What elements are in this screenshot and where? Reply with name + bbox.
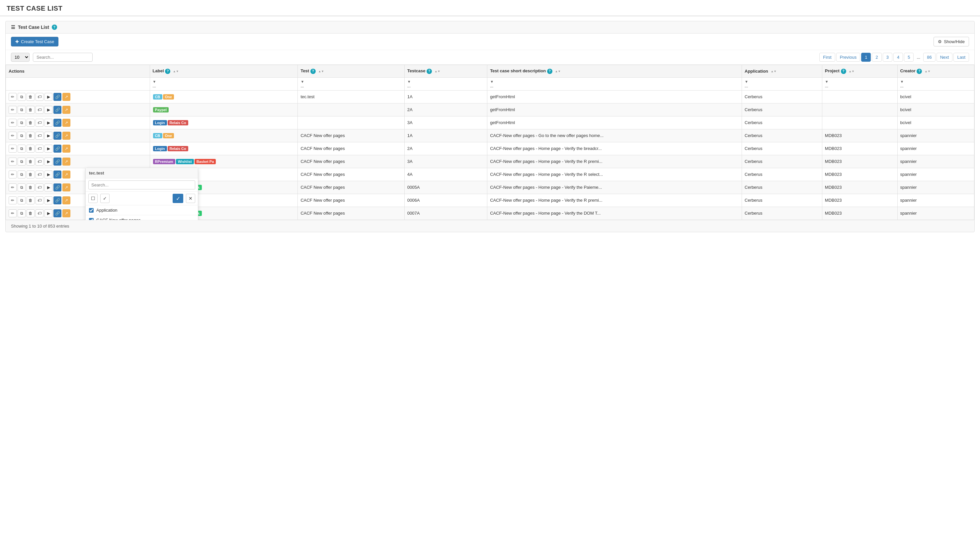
delete-icon[interactable]: 🗑 xyxy=(27,106,35,114)
link-icon[interactable]: 🔗 xyxy=(53,106,62,114)
dropdown-item[interactable]: Application xyxy=(86,205,198,215)
export-icon[interactable]: ↗ xyxy=(62,119,70,127)
edit-icon[interactable]: ✏ xyxy=(8,183,17,192)
col-testcase[interactable]: Testcase ? ▲▼ xyxy=(404,65,487,78)
link-icon[interactable]: 🔗 xyxy=(53,132,62,140)
edit-icon[interactable]: ✏ xyxy=(8,158,17,165)
pagination-first[interactable]: First xyxy=(819,53,835,62)
per-page-select[interactable]: 10 25 50 100 xyxy=(11,53,30,62)
edit-icon[interactable]: ✏ xyxy=(8,209,17,217)
run-icon[interactable]: ▶ xyxy=(45,93,52,101)
col-label[interactable]: Label ? ▲▼ xyxy=(150,65,298,78)
copy-icon[interactable]: ⧉ xyxy=(18,119,25,127)
copy-icon[interactable]: ⧉ xyxy=(18,209,25,217)
delete-icon[interactable]: 🗑 xyxy=(27,183,35,192)
edit-icon[interactable]: ✏ xyxy=(8,119,17,127)
run-icon[interactable]: ▶ xyxy=(45,158,52,165)
edit-icon[interactable]: ✏ xyxy=(8,197,17,204)
copy-icon[interactable]: ⧉ xyxy=(18,183,25,192)
tag-icon[interactable]: 🏷 xyxy=(35,183,43,192)
pagination-page-3[interactable]: 3 xyxy=(883,53,892,62)
copy-icon[interactable]: ⧉ xyxy=(18,145,25,153)
tag-icon[interactable]: 🏷 xyxy=(35,209,43,217)
copy-icon[interactable]: ⧉ xyxy=(18,132,25,140)
pagination-previous[interactable]: Previous xyxy=(836,53,860,62)
tag-icon[interactable]: 🏷 xyxy=(35,145,43,153)
copy-icon[interactable]: ⧉ xyxy=(18,170,25,178)
dropdown-item-checkbox[interactable] xyxy=(89,208,93,213)
export-icon[interactable]: ↗ xyxy=(62,183,70,192)
create-test-case-button[interactable]: ✚ Create Test Case xyxy=(11,37,58,47)
link-icon[interactable]: 🔗 xyxy=(53,209,62,217)
link-icon[interactable]: 🔗 xyxy=(53,170,62,178)
link-icon[interactable]: 🔗 xyxy=(53,158,62,165)
tag-icon[interactable]: 🏷 xyxy=(35,158,43,165)
panel-help-icon[interactable]: ? xyxy=(52,25,57,30)
col-project[interactable]: Project ? ▲▼ xyxy=(822,65,897,78)
per-page-selector[interactable]: 10 25 50 100 xyxy=(11,53,30,62)
col-short-desc[interactable]: Test case short description ? ▲▼ xyxy=(487,65,742,78)
col-test[interactable]: Test ? ▲▼ xyxy=(298,65,404,78)
dropdown-search-input[interactable] xyxy=(88,180,195,190)
run-icon[interactable]: ▶ xyxy=(45,170,52,178)
pagination-next[interactable]: Next xyxy=(937,53,953,62)
show-hide-button[interactable]: ⚙ Show/Hide xyxy=(933,37,969,47)
select-all-icon[interactable]: ☐ xyxy=(88,194,98,203)
delete-icon[interactable]: 🗑 xyxy=(27,170,35,178)
pagination-page-2[interactable]: 2 xyxy=(872,53,881,62)
copy-icon[interactable]: ⧉ xyxy=(18,93,25,101)
copy-icon[interactable]: ⧉ xyxy=(18,158,25,165)
copy-icon[interactable]: ⧉ xyxy=(18,197,25,204)
export-icon[interactable]: ↗ xyxy=(62,145,70,153)
cancel-button[interactable]: ✕ xyxy=(186,194,195,203)
pagination-page-86[interactable]: 86 xyxy=(923,53,935,62)
delete-icon[interactable]: 🗑 xyxy=(27,132,35,140)
run-icon[interactable]: ▶ xyxy=(45,119,52,127)
export-icon[interactable]: ↗ xyxy=(62,209,70,217)
link-icon[interactable]: 🔗 xyxy=(53,145,62,153)
col-creator[interactable]: Creator ? ▲▼ xyxy=(897,65,974,78)
tag-icon[interactable]: 🏷 xyxy=(35,119,43,127)
tag-icon[interactable]: 🏷 xyxy=(35,93,43,101)
col-application[interactable]: Application ▲▼ xyxy=(742,65,822,78)
link-icon[interactable]: 🔗 xyxy=(53,183,62,192)
pagination-page-4[interactable]: 4 xyxy=(893,53,903,62)
dropdown-item[interactable]: CACF New offer pages xyxy=(86,215,198,220)
export-icon[interactable]: ↗ xyxy=(62,197,70,204)
delete-icon[interactable]: 🗑 xyxy=(27,209,35,217)
edit-icon[interactable]: ✏ xyxy=(8,132,17,140)
edit-icon[interactable]: ✏ xyxy=(8,170,17,178)
pagination-page-5[interactable]: 5 xyxy=(904,53,913,62)
run-icon[interactable]: ▶ xyxy=(45,197,52,204)
tag-icon[interactable]: 🏷 xyxy=(35,170,43,178)
link-icon[interactable]: 🔗 xyxy=(53,119,62,127)
tag-icon[interactable]: 🏷 xyxy=(35,106,43,114)
run-icon[interactable]: ▶ xyxy=(45,132,52,140)
edit-icon[interactable]: ✏ xyxy=(8,145,17,153)
pagination-page-1[interactable]: 1 xyxy=(861,53,871,62)
tag-icon[interactable]: 🏷 xyxy=(35,132,43,140)
delete-icon[interactable]: 🗑 xyxy=(27,145,35,153)
run-icon[interactable]: ▶ xyxy=(45,106,52,114)
run-icon[interactable]: ▶ xyxy=(45,145,52,153)
delete-icon[interactable]: 🗑 xyxy=(27,119,35,127)
export-icon[interactable]: ↗ xyxy=(62,158,70,165)
export-icon[interactable]: ↗ xyxy=(62,106,70,114)
run-icon[interactable]: ▶ xyxy=(45,209,52,217)
copy-icon[interactable]: ⧉ xyxy=(18,106,25,114)
edit-icon[interactable]: ✏ xyxy=(8,93,17,101)
delete-icon[interactable]: 🗑 xyxy=(27,93,35,101)
confirm-button[interactable]: ✓ xyxy=(173,194,183,203)
export-icon[interactable]: ↗ xyxy=(62,93,70,101)
search-input[interactable] xyxy=(33,53,93,62)
dropdown-item-checkbox[interactable] xyxy=(89,218,93,220)
export-icon[interactable]: ↗ xyxy=(62,132,70,140)
tag-icon[interactable]: 🏷 xyxy=(35,197,43,204)
link-icon[interactable]: 🔗 xyxy=(53,93,62,101)
select-checked-icon[interactable]: ✓ xyxy=(100,194,110,203)
export-icon[interactable]: ↗ xyxy=(62,170,70,178)
delete-icon[interactable]: 🗑 xyxy=(27,158,35,165)
pagination-last[interactable]: Last xyxy=(953,53,969,62)
delete-icon[interactable]: 🗑 xyxy=(27,197,35,204)
edit-icon[interactable]: ✏ xyxy=(8,106,17,114)
